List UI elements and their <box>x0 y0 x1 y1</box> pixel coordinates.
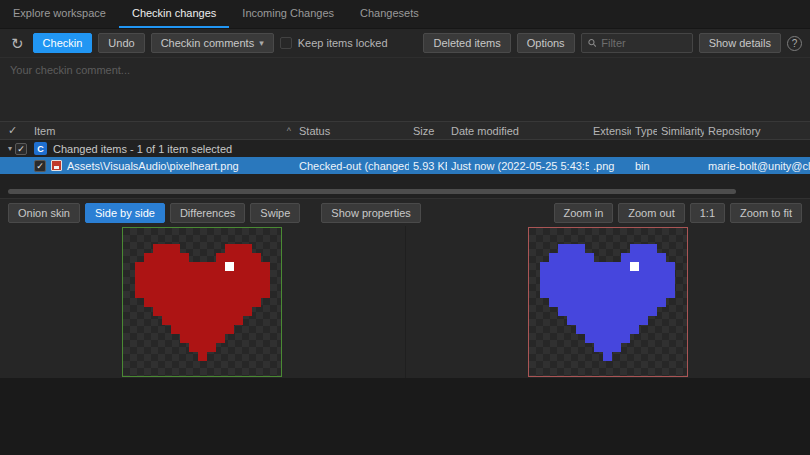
collapse-chevron-icon[interactable]: ▾ <box>8 144 12 153</box>
row-date-modified: Just now (2022-05-25 5:43:52 PM) <box>447 160 589 172</box>
column-header-item-label: Item <box>34 125 55 137</box>
zoom-in-button[interactable]: Zoom in <box>554 203 614 223</box>
filter-input[interactable] <box>601 37 685 49</box>
column-header-size[interactable]: Size <box>409 125 447 137</box>
column-header-type[interactable]: Type <box>631 125 657 137</box>
header-gutter: ✓ <box>0 124 30 137</box>
options-button[interactable]: Options <box>517 33 575 53</box>
tab-changesets[interactable]: Changesets <box>347 0 432 28</box>
left-pixel-heart-image <box>135 244 270 361</box>
row-type: bin <box>631 160 657 172</box>
left-image-frame <box>122 227 282 377</box>
right-pixel-heart-image <box>540 244 675 361</box>
row-status: Checked-out (changed) <box>295 160 409 172</box>
help-icon[interactable]: ? <box>787 36 802 51</box>
checkin-comments-label: Checkin comments <box>161 37 255 49</box>
show-details-button[interactable]: Show details <box>699 33 781 53</box>
group-row-label: Changed items - 1 of 1 item selected <box>53 143 232 155</box>
image-diff-preview <box>0 226 810 378</box>
group-row-content: C Changed items - 1 of 1 item selected <box>30 142 232 155</box>
image-file-icon <box>51 160 62 171</box>
search-icon <box>588 38 597 48</box>
zoom-one-to-one-button[interactable]: 1:1 <box>690 203 725 223</box>
main-toolbar: ↻ Checkin Undo Checkin comments ▾ Keep i… <box>0 29 810 57</box>
select-all-check-icon[interactable]: ✓ <box>8 124 17 137</box>
window-bottom-edge <box>0 378 810 455</box>
differences-button[interactable]: Differences <box>170 203 245 223</box>
check-icon: ✓ <box>36 161 44 171</box>
sort-ascending-icon: ^ <box>287 126 291 136</box>
table-empty-space <box>0 174 810 188</box>
onion-skin-button[interactable]: Onion skin <box>8 203 80 223</box>
tab-incoming-changes[interactable]: Incoming Changes <box>229 0 347 28</box>
side-by-side-button[interactable]: Side by side <box>85 203 165 223</box>
checkin-comments-dropdown[interactable]: Checkin comments ▾ <box>151 33 274 53</box>
scrollbar-thumb[interactable] <box>8 189 736 194</box>
refresh-icon[interactable]: ↻ <box>8 36 27 51</box>
preview-toolbar: Onion skin Side by side Differences Swip… <box>0 198 810 226</box>
column-header-repository[interactable]: Repository <box>704 125 810 137</box>
row-item-cell: ✓ Assets\VisualsAudio\pixelheart.png <box>30 160 295 172</box>
zoom-to-fit-button[interactable]: Zoom to fit <box>730 203 802 223</box>
filter-box <box>581 33 693 53</box>
checkin-comment-area <box>0 57 810 121</box>
tab-checkin-changes[interactable]: Checkin changes <box>119 0 229 28</box>
row-checkbox[interactable]: ✓ <box>34 160 46 172</box>
row-repository: marie-bolt@unity@clou <box>704 160 810 172</box>
row-item-path: Assets\VisualsAudio\pixelheart.png <box>67 160 239 172</box>
changed-category-badge: C <box>34 142 47 155</box>
column-header-status[interactable]: Status <box>295 125 409 137</box>
tab-bar: Explore workspace Checkin changes Incomi… <box>0 0 810 29</box>
swipe-button[interactable]: Swipe <box>250 203 300 223</box>
table-header: ✓ Item ^ Status Size Date modified Exten… <box>0 121 810 140</box>
column-header-similarity[interactable]: Similarity <box>657 125 704 137</box>
deleted-items-button[interactable]: Deleted items <box>423 33 510 53</box>
table-row[interactable]: ✓ Assets\VisualsAudio\pixelheart.png Che… <box>0 157 810 174</box>
keep-items-locked-checkbox[interactable] <box>280 37 292 49</box>
version-control-window: Explore workspace Checkin changes Incomi… <box>0 0 810 455</box>
horizontal-scrollbar[interactable] <box>0 188 810 195</box>
tab-explore-workspace[interactable]: Explore workspace <box>0 0 119 28</box>
chevron-down-icon: ▾ <box>259 38 264 48</box>
column-header-date-modified[interactable]: Date modified <box>447 125 589 137</box>
column-header-extension[interactable]: Extension <box>589 125 631 137</box>
diff-left-pane <box>0 226 405 378</box>
right-image-frame <box>528 227 688 377</box>
row-extension: .png <box>589 160 631 172</box>
diff-right-pane <box>405 226 810 378</box>
group-row-changed-items[interactable]: ▾ ✓ C Changed items - 1 of 1 item select… <box>0 140 810 157</box>
column-header-item[interactable]: Item ^ <box>30 125 295 137</box>
keep-items-locked-label: Keep items locked <box>298 37 388 49</box>
undo-button[interactable]: Undo <box>98 33 144 53</box>
group-checkbox[interactable]: ✓ <box>15 143 27 155</box>
checkin-comment-input[interactable] <box>0 58 810 121</box>
check-icon: ✓ <box>17 144 25 154</box>
checkin-button[interactable]: Checkin <box>33 33 93 53</box>
show-properties-button[interactable]: Show properties <box>321 203 421 223</box>
zoom-out-button[interactable]: Zoom out <box>618 203 684 223</box>
group-row-gutter: ▾ ✓ <box>0 143 30 155</box>
row-size: 5.93 KB <box>409 160 447 172</box>
changed-items-table: ✓ Item ^ Status Size Date modified Exten… <box>0 121 810 198</box>
